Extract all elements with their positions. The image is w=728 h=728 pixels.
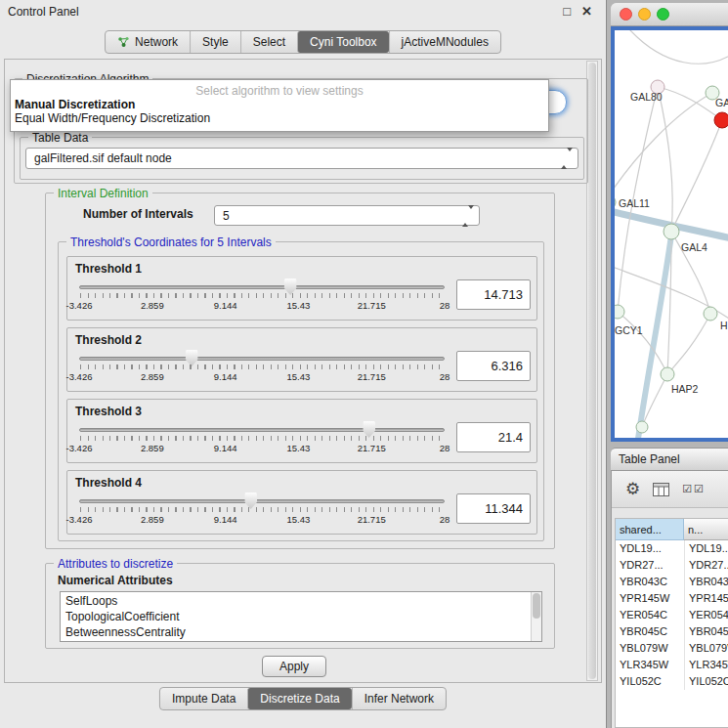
float-window-icon[interactable]: □ xyxy=(563,4,571,19)
network-view-window: GAL80GAGAL11GAL4GCY1HHAP2 xyxy=(611,3,728,442)
slider-scale-label: -3.426 xyxy=(66,300,93,311)
network-edge[interactable] xyxy=(671,120,722,232)
network-edge[interactable] xyxy=(658,87,672,232)
table-row[interactable]: YBR045CYBR045C xyxy=(616,623,728,640)
tab-cyni-toolbox[interactable]: Cyni Toolbox xyxy=(297,31,388,53)
slider-ticks xyxy=(80,364,444,369)
cell-name: YER054C xyxy=(684,607,728,623)
network-node[interactable] xyxy=(704,307,717,321)
network-canvas[interactable]: GAL80GAGAL11GAL4GCY1HHAP2 xyxy=(615,30,728,438)
table-header-row: shared... n... xyxy=(616,519,728,540)
tab-label: Discretize Data xyxy=(260,692,339,706)
algorithm-option[interactable]: Manual Discretization xyxy=(11,98,548,111)
tab-label: jActiveMNodules xyxy=(402,35,489,49)
network-node-label: GA xyxy=(715,97,728,108)
spinner-arrows-icon[interactable] xyxy=(561,151,573,165)
screen: Control Panel □ ✕ NetworkStyleSelectCyni… xyxy=(0,0,728,728)
threshold-slider[interactable]: -3.4262.8599.14415.4321.71528 xyxy=(77,348,447,391)
node-table: shared... n... YDL19...YDL19...YDR27...Y… xyxy=(615,518,728,728)
threshold-label: Threshold 2 xyxy=(75,333,142,347)
network-node[interactable] xyxy=(636,421,648,433)
column-header-name[interactable]: n... xyxy=(684,519,728,540)
table-row[interactable]: YDL19...YDL19... xyxy=(616,540,728,557)
cell-shared-name: YER054C xyxy=(616,607,684,623)
gear-icon[interactable]: ⚙ xyxy=(625,481,640,497)
cell-shared-name: YDL19... xyxy=(616,540,684,557)
slider-track[interactable] xyxy=(79,285,445,289)
slider-track[interactable] xyxy=(79,428,445,432)
table-row[interactable]: YDR27...YDR27... xyxy=(616,557,728,574)
network-node[interactable] xyxy=(714,112,728,128)
tab-jactivemnodules[interactable]: jActiveMNodules xyxy=(389,31,500,53)
slider-scale: -3.4262.8599.14415.4321.71528 xyxy=(79,300,445,312)
slider-scale-label: 9.144 xyxy=(214,371,237,382)
attributes-list-scrollbar[interactable] xyxy=(531,592,541,641)
cell-name: YBR045C xyxy=(684,623,728,640)
cell-shared-name: YBL079W xyxy=(616,640,684,657)
tab-network[interactable]: Network xyxy=(106,31,190,53)
threshold-label: Threshold 1 xyxy=(75,262,142,276)
table-rows: YDL19...YDL19...YDR27...YDR27...YBR043CY… xyxy=(616,540,728,690)
slider-scale-label: 9.144 xyxy=(214,443,237,453)
slider-ticks xyxy=(80,436,444,441)
network-icon xyxy=(117,36,130,48)
tab-infer-network[interactable]: Infer Network xyxy=(352,688,446,709)
algorithm-option[interactable]: Equal Width/Frequency Discretization xyxy=(11,111,548,125)
slider-track[interactable] xyxy=(79,357,445,361)
slider-scale-label: 28 xyxy=(440,514,450,525)
tab-select[interactable]: Select xyxy=(240,31,297,53)
threshold-label: Threshold 3 xyxy=(75,405,142,418)
table-panel-title: Table Panel xyxy=(611,448,728,471)
slider-scale-label: 28 xyxy=(440,443,450,453)
threshold-slider[interactable]: -3.4262.8599.14415.4321.71528 xyxy=(77,277,447,320)
network-node[interactable] xyxy=(615,195,616,209)
apply-button[interactable]: Apply xyxy=(262,656,326,677)
threshold-block: Threshold 3-3.4262.8599.14415.4321.71528… xyxy=(66,399,537,463)
network-edge[interactable] xyxy=(630,30,728,64)
attribute-list-item[interactable]: SelfLoops xyxy=(65,593,536,609)
close-traffic-light[interactable] xyxy=(620,8,632,21)
top-tab-bar: NetworkStyleSelectCyni ToolboxjActiveMNo… xyxy=(105,30,501,54)
table-data-combobox[interactable]: galFiltered.sif default node xyxy=(25,148,578,169)
table-row[interactable]: YIL052CYIL052C xyxy=(616,673,728,690)
threshold-value-field[interactable]: 21.4 xyxy=(456,422,531,452)
close-window-icon[interactable]: ✕ xyxy=(581,4,592,19)
tab-discretize-data[interactable]: Discretize Data xyxy=(247,688,351,709)
cell-name: YDR27... xyxy=(684,557,728,574)
network-node[interactable] xyxy=(661,367,674,381)
threshold-slider[interactable]: -3.4262.8599.14415.4321.71528 xyxy=(77,419,447,462)
slider-scale-label: -3.426 xyxy=(66,371,93,382)
slider-track[interactable] xyxy=(79,499,445,503)
thresholds-group: Threshold's Coordinates for 5 Intervals … xyxy=(58,241,544,541)
table-row[interactable]: YBR043CYBR043C xyxy=(616,574,728,590)
tab-style[interactable]: Style xyxy=(190,31,240,53)
table-row[interactable]: YLR345WYLR345W xyxy=(616,657,728,673)
network-edge[interactable] xyxy=(615,93,712,198)
zoom-traffic-light[interactable] xyxy=(657,8,669,21)
table-row[interactable]: YBL079WYBL079W xyxy=(616,640,728,657)
threshold-slider[interactable]: -3.4262.8599.14415.4321.71528 xyxy=(77,491,447,534)
num-intervals-combobox[interactable]: 5 xyxy=(214,205,480,226)
minimize-traffic-light[interactable] xyxy=(638,8,651,21)
network-node[interactable] xyxy=(664,224,679,239)
slider-scale: -3.4262.8599.14415.4321.71528 xyxy=(79,443,445,454)
slider-scale-label: 21.715 xyxy=(358,514,386,525)
network-node[interactable] xyxy=(615,305,624,319)
column-header-shared-name[interactable]: shared... xyxy=(616,519,684,540)
spinner-arrows-icon[interactable] xyxy=(462,209,474,223)
threshold-value-field[interactable]: 6.316 xyxy=(456,351,531,381)
tab-label: Select xyxy=(253,35,285,49)
tab-label: Infer Network xyxy=(364,692,434,706)
table-row[interactable]: YPR145WYPR145W xyxy=(616,590,728,607)
threshold-value-field[interactable]: 11.344 xyxy=(456,493,531,524)
threshold-value-field[interactable]: 14.713 xyxy=(456,279,531,310)
table-columns-icon[interactable] xyxy=(653,483,669,496)
numerical-attributes-list[interactable]: SelfLoopsTopologicalCoefficientBetweenne… xyxy=(60,591,542,642)
slider-scale-label: 28 xyxy=(440,371,450,382)
table-row[interactable]: YER054CYER054C xyxy=(616,607,728,623)
tab-impute-data[interactable]: Impute Data xyxy=(160,688,247,709)
checkbox-icons[interactable]: ☑☑ xyxy=(682,483,706,495)
network-edge[interactable] xyxy=(667,314,710,374)
attribute-list-item[interactable]: TopologicalCoefficient xyxy=(65,609,536,624)
attribute-list-item[interactable]: BetweennessCentrality xyxy=(65,624,536,640)
